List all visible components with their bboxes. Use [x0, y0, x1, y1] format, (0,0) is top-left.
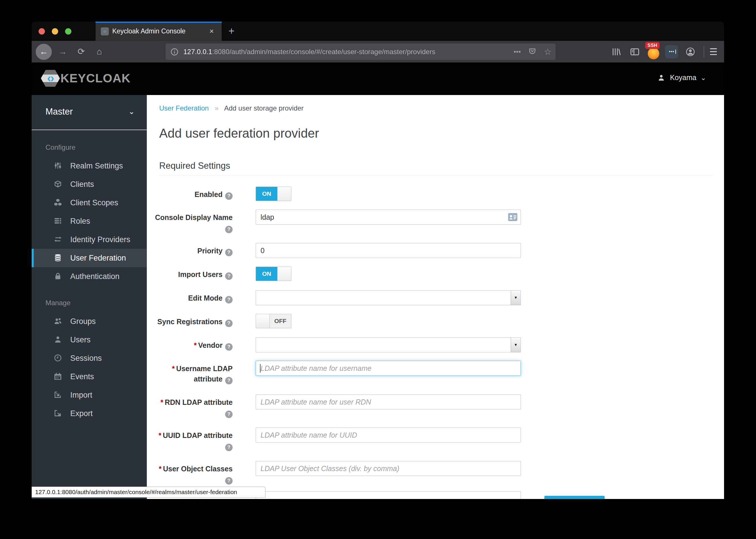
sidebar-item-client-scopes[interactable]: Client Scopes — [32, 193, 147, 212]
ssh-extension-icon[interactable]: SSH — [645, 43, 661, 60]
toggle-knob — [277, 267, 291, 281]
save-button-partial[interactable] — [544, 496, 605, 499]
text-caret — [260, 364, 261, 373]
bookmark-star-icon[interactable]: ☆ — [544, 47, 552, 56]
section-title: Required Settings — [159, 161, 230, 171]
field-label: Console Display Name — [155, 213, 233, 221]
rdn-ldap-attribute-input[interactable] — [256, 395, 521, 410]
macos-close-button[interactable] — [38, 28, 45, 35]
uuid-ldap-attribute-input[interactable] — [256, 427, 521, 442]
menu-hamburger-icon[interactable]: ☰ — [705, 44, 721, 60]
password-dots: ••• — [669, 49, 675, 54]
keycloak-favicon-icon: ‹› — [101, 27, 109, 36]
field-label: Vendor — [198, 341, 223, 349]
user-menu[interactable]: Koyama ⌄ — [657, 73, 706, 82]
sidebar-item-users[interactable]: Users — [32, 331, 147, 349]
help-icon[interactable]: ? — [225, 320, 233, 327]
sidebar-item-roles[interactable]: Roles — [32, 212, 147, 230]
sidebar-item-sessions[interactable]: Sessions — [32, 349, 147, 367]
tab-title: Keycloak Admin Console — [112, 27, 186, 35]
select-arrow-icon: ▼ — [511, 290, 520, 305]
cubes-icon — [53, 198, 63, 207]
help-icon[interactable]: ? — [225, 272, 233, 280]
sliders-icon — [53, 161, 63, 171]
vendor-select[interactable]: ▼ — [256, 338, 521, 352]
toggle-off-label: OFF — [270, 314, 291, 328]
refresh-button[interactable]: ⟳ — [73, 44, 89, 60]
lock-icon — [53, 272, 63, 281]
macos-minimize-button[interactable] — [52, 28, 58, 35]
macos-zoom-button[interactable] — [65, 28, 71, 35]
url-host: 127.0.0.1 — [184, 48, 212, 55]
import-users-toggle[interactable]: ON — [256, 267, 291, 281]
tab-close-icon[interactable]: × — [207, 26, 216, 36]
active-tab-stripe — [96, 22, 222, 23]
required-marker: * — [159, 465, 162, 473]
pocket-icon[interactable] — [528, 47, 536, 56]
help-icon[interactable]: ? — [225, 296, 233, 303]
field-label: Edit Mode — [188, 294, 223, 302]
database-icon — [53, 253, 63, 263]
back-button[interactable]: ← — [36, 44, 52, 60]
sidebar-item-realm-settings[interactable]: Realm Settings — [32, 157, 147, 175]
sync-registrations-toggle[interactable]: OFF — [256, 314, 291, 328]
sidebar-item-clients[interactable]: Clients — [32, 175, 147, 193]
keycloak-header: ‹› KEYCLOAK Koyama ⌄ — [32, 62, 724, 95]
list-icon — [53, 216, 63, 226]
breadcrumb-current: Add user storage provider — [224, 104, 303, 112]
active-indicator — [32, 249, 34, 267]
tab-bar: ‹› Keycloak Admin Console × + — [32, 22, 724, 41]
enabled-toggle[interactable]: ON — [256, 187, 291, 201]
help-icon[interactable]: ? — [225, 444, 233, 451]
help-icon[interactable]: ? — [225, 249, 233, 256]
sidebar-item-user-federation[interactable]: User Federation — [32, 249, 147, 267]
forward-button[interactable]: → — [55, 44, 71, 60]
console-display-name-input[interactable] — [256, 210, 521, 225]
toggle-knob — [277, 187, 291, 201]
sidebar-item-import[interactable]: Import — [32, 386, 147, 404]
keycloak-logo: ‹› KEYCLOAK — [41, 69, 131, 87]
groups-icon — [53, 317, 63, 326]
priority-input[interactable] — [256, 243, 521, 258]
help-icon[interactable]: ? — [225, 411, 233, 418]
sidebar-toggle-icon[interactable] — [628, 44, 642, 59]
new-tab-button[interactable]: + — [225, 25, 238, 38]
help-icon[interactable]: ? — [225, 343, 233, 351]
sidebar-item-groups[interactable]: Groups — [32, 312, 147, 331]
user-object-classes-input[interactable] — [256, 461, 521, 476]
help-icon[interactable]: ? — [225, 377, 233, 384]
exchange-arrows-icon — [53, 235, 63, 244]
sidebar-item-authentication[interactable]: Authentication — [32, 267, 147, 286]
toggle-knob — [256, 314, 270, 328]
realm-selector[interactable]: Master ⌄ — [32, 95, 147, 130]
field-label: Priority — [197, 247, 223, 255]
breadcrumb-link-user-federation[interactable]: User Federation — [159, 104, 209, 112]
browser-tab[interactable]: ‹› Keycloak Admin Console × — [96, 22, 222, 41]
field-label: Enabled — [194, 190, 223, 198]
help-icon[interactable]: ? — [225, 226, 233, 233]
page-actions-icon[interactable]: ••• — [514, 48, 521, 55]
url-text[interactable]: 127.0.0.1:8080/auth/admin/master/console… — [184, 48, 506, 56]
account-icon[interactable] — [683, 44, 698, 59]
select-arrow-icon: ▼ — [511, 338, 520, 352]
sidebar-item-identity-providers[interactable]: Identity Providers — [32, 230, 147, 249]
sidebar-item-events[interactable]: Events — [32, 367, 147, 386]
next-field-partial[interactable] — [256, 491, 521, 499]
library-icon[interactable] — [609, 44, 623, 59]
home-button[interactable]: ⌂ — [91, 44, 108, 60]
app-body: Master ⌄ Configure Realm Settings Client… — [32, 95, 724, 499]
help-icon[interactable]: ? — [225, 193, 233, 200]
field-label: UUID LDAP attribute — [163, 431, 233, 439]
chevron-down-icon: ⌄ — [701, 74, 706, 82]
autofill-contact-icon[interactable] — [508, 213, 517, 222]
user-icon — [53, 335, 63, 345]
help-icon[interactable]: ? — [225, 477, 233, 485]
site-info-icon[interactable] — [170, 47, 179, 56]
password-manager-icon[interactable]: ••• — [665, 45, 678, 58]
breadcrumb: User Federation » Add user storage provi… — [159, 104, 304, 112]
username-ldap-attribute-input[interactable] — [256, 361, 521, 376]
section-divider — [159, 175, 713, 175]
sidebar-item-export[interactable]: Export — [32, 404, 147, 423]
edit-mode-select[interactable]: ▼ — [256, 290, 521, 305]
url-bar[interactable]: 127.0.0.1:8080/auth/admin/master/console… — [166, 43, 556, 60]
